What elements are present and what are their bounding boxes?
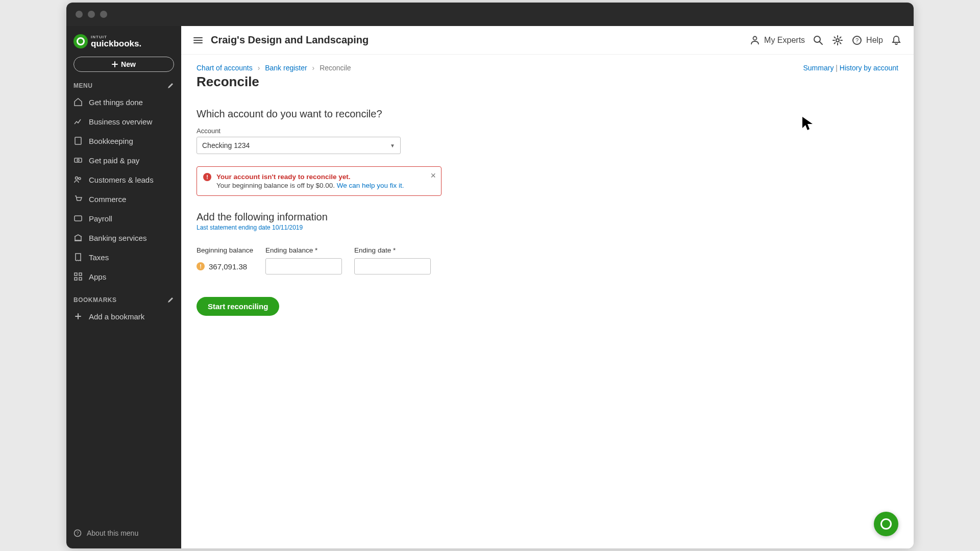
help-circle-icon: ? — [74, 529, 82, 537]
my-experts-label: My Experts — [764, 36, 805, 45]
svg-rect-7 — [79, 273, 82, 276]
svg-point-3 — [76, 177, 78, 180]
alert-body: Your beginning balance is off by $0.00. … — [216, 182, 423, 189]
sidebar-item-bookkeeping[interactable]: Bookkeeping — [66, 131, 181, 151]
window-minimize-dot[interactable] — [88, 11, 95, 18]
hamburger-icon[interactable] — [192, 35, 204, 46]
bank-icon — [74, 233, 83, 242]
sidebar-item-label: Payroll — [89, 214, 112, 223]
svg-point-14 — [836, 39, 839, 42]
wallet-icon — [74, 214, 83, 223]
gear-icon[interactable] — [831, 34, 844, 46]
sidebar-item-customers-leads[interactable]: Customers & leads — [66, 170, 181, 189]
receipt-icon — [74, 253, 83, 262]
sidebar-item-apps[interactable]: Apps — [66, 267, 181, 286]
topbar: Craig's Design and Landscaping My Expert… — [181, 26, 914, 55]
sidebar-item-get-things-done[interactable]: Get things done — [66, 92, 181, 112]
last-statement-date: 10/11/2019 — [272, 224, 303, 231]
edit-menu-icon[interactable] — [167, 82, 174, 89]
chevron-down-icon: ▼ — [390, 143, 395, 148]
history-by-account-link[interactable]: History by account — [840, 64, 898, 72]
top-links-sep: | — [836, 64, 840, 72]
svg-point-2 — [77, 159, 79, 161]
last-statement-date-link[interactable]: Last statement ending date 10/11/2019 — [197, 224, 898, 231]
crumb-chart-of-accounts[interactable]: Chart of accounts — [197, 64, 253, 72]
svg-rect-9 — [79, 278, 82, 280]
beginning-balance-label: Beginning balance — [197, 246, 253, 254]
ending-date-input[interactable] — [354, 258, 431, 274]
svg-rect-6 — [75, 273, 77, 276]
sidebar-item-label: Bookkeeping — [89, 137, 133, 145]
chart-icon — [74, 117, 83, 126]
bookmarks-header-label: BOOKMARKS — [74, 296, 117, 304]
book-icon — [74, 136, 83, 145]
svg-text:?: ? — [76, 531, 79, 536]
my-experts-button[interactable]: My Experts — [749, 34, 805, 46]
help-button[interactable]: ? Help — [851, 34, 883, 46]
add-bookmark-label: Add a bookmark — [89, 312, 144, 321]
ending-date-label: Ending date * — [354, 246, 431, 254]
svg-point-12 — [753, 36, 757, 40]
sidebar-item-business-overview[interactable]: Business overview — [66, 112, 181, 131]
plus-icon — [112, 61, 118, 67]
sidebar-item-label: Customers & leads — [89, 176, 154, 184]
svg-rect-5 — [75, 216, 82, 221]
summary-link[interactable]: Summary — [803, 64, 834, 72]
crumb-sep-icon: › — [312, 64, 315, 72]
ending-balance-label: Ending balance * — [265, 246, 342, 254]
bookmarks-header: BOOKMARKS — [66, 293, 181, 307]
sidebar-item-banking-services[interactable]: Banking services — [66, 228, 181, 247]
edit-bookmarks-icon[interactable] — [167, 296, 174, 304]
alert-fix-link[interactable]: We can help you fix it. — [337, 182, 404, 189]
ending-balance-field: Ending balance * — [265, 246, 342, 274]
sidebar-item-taxes[interactable]: Taxes — [66, 247, 181, 267]
search-icon[interactable] — [812, 34, 824, 46]
svg-text:?: ? — [855, 37, 859, 43]
new-button[interactable]: New — [74, 57, 174, 72]
sidebar: INTUIT quickbooks. New MENU Get things — [66, 26, 181, 548]
alert-body-text: Your beginning balance is off by $0.00. — [216, 182, 337, 189]
start-reconciling-button[interactable]: Start reconciling — [197, 297, 279, 316]
account-selected-value: Checking 1234 — [202, 141, 250, 149]
sidebar-item-payroll[interactable]: Payroll — [66, 209, 181, 228]
brand-text: INTUIT quickbooks. — [91, 35, 141, 48]
expert-icon — [749, 34, 761, 46]
top-links: Summary | History by account — [803, 64, 899, 72]
sidebar-item-label: Taxes — [89, 253, 109, 262]
brand-logo[interactable]: INTUIT quickbooks. — [66, 26, 181, 55]
crumb-sep-icon: › — [258, 64, 260, 72]
sidebar-item-get-paid-pay[interactable]: Get paid & pay — [66, 151, 181, 170]
sidebar-item-label: Business overview — [89, 117, 152, 126]
ending-balance-input[interactable] — [265, 258, 342, 274]
menu-header: MENU — [66, 79, 181, 92]
alert-error-icon: ! — [203, 173, 211, 181]
svg-rect-0 — [75, 137, 81, 144]
beginning-balance-field: Beginning balance ! 367,091.38 — [197, 246, 253, 274]
company-name: Craig's Design and Landscaping — [211, 34, 369, 46]
sidebar-item-commerce[interactable]: Commerce — [66, 189, 181, 209]
main-area: Craig's Design and Landscaping My Expert… — [181, 26, 914, 548]
sidebar-item-label: Get paid & pay — [89, 156, 139, 165]
sidebar-item-label: Commerce — [89, 195, 126, 204]
last-statement-prefix: Last statement ending date — [197, 224, 272, 231]
svg-point-13 — [814, 36, 820, 42]
qb-logo-icon — [880, 518, 892, 530]
home-icon — [74, 97, 83, 107]
about-menu-link[interactable]: ? About this menu — [66, 523, 181, 543]
window-zoom-dot[interactable] — [100, 11, 107, 18]
qb-assistant-fab[interactable] — [874, 512, 898, 536]
alert-close-icon[interactable]: × — [430, 171, 436, 180]
account-select[interactable]: Checking 1234 ▼ — [197, 137, 401, 154]
crumb-bank-register[interactable]: Bank register — [265, 64, 307, 72]
svg-point-4 — [79, 178, 81, 180]
window-titlebar — [66, 3, 914, 26]
add-bookmark-button[interactable]: Add a bookmark — [66, 307, 181, 326]
warning-icon[interactable]: ! — [197, 262, 205, 270]
window-close-dot[interactable] — [76, 11, 83, 18]
ending-date-field: Ending date * — [354, 246, 431, 274]
help-icon: ? — [851, 34, 863, 46]
page-content: Chart of accounts › Bank register › Reco… — [181, 55, 914, 548]
breadcrumb: Chart of accounts › Bank register › Reco… — [197, 64, 351, 72]
bell-icon[interactable] — [890, 34, 902, 46]
help-label: Help — [866, 36, 883, 45]
